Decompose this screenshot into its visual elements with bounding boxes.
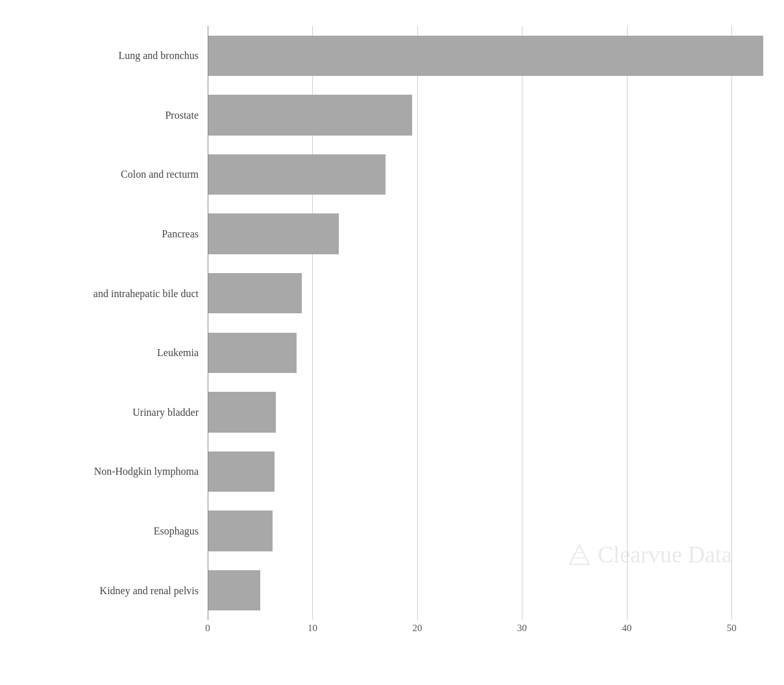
x-tick: 10 [308, 623, 317, 634]
bar-label: Kidney and renal pelvis [0, 584, 208, 597]
x-tick: 30 [517, 623, 527, 634]
chart-inner: Lung and bronchusProstateColon and rectu… [0, 26, 784, 646]
chart-container: Lung and bronchusProstateColon and rectu… [0, 26, 784, 646]
bar-rect [208, 95, 412, 135]
bar-row: Colon and recturm [0, 145, 784, 204]
bar-label: Colon and recturm [0, 168, 208, 180]
bar-rect [208, 392, 276, 432]
bar-track [208, 26, 784, 86]
x-tick: 40 [622, 623, 631, 634]
bar-track [208, 86, 784, 145]
bar-track [208, 501, 784, 561]
bar-rect [208, 451, 275, 492]
x-tick: 0 [205, 623, 210, 634]
bar-label: and intrahepatic bile duct [0, 287, 208, 300]
bar-track [208, 204, 784, 264]
bar-rect [208, 273, 302, 313]
chart-area: Lung and bronchusProstateColon and rectu… [0, 26, 784, 620]
bar-rect [208, 36, 763, 76]
bar-row: Leukemia [0, 323, 784, 383]
bar-rect [208, 213, 339, 254]
x-axis-container: 01020304050 [208, 620, 784, 646]
bar-row: Prostate [0, 86, 784, 145]
bar-track [208, 323, 784, 383]
x-axis: 01020304050 [208, 620, 784, 646]
bar-rect [208, 511, 273, 551]
bar-row: Lung and bronchus [0, 26, 784, 86]
bar-row: Urinary bladder [0, 383, 784, 442]
bar-row: and intrahepatic bile duct [0, 263, 784, 323]
bar-label: Urinary bladder [0, 406, 208, 418]
bar-track [208, 442, 784, 501]
bar-track [208, 383, 784, 442]
bar-label: Prostate [0, 109, 208, 121]
bar-row: Non-Hodgkin lymphoma [0, 442, 784, 501]
rows-wrapper: Lung and bronchusProstateColon and rectu… [0, 26, 784, 620]
bar-label: Non-Hodgkin lymphoma [0, 465, 208, 477]
bar-row: Pancreas [0, 204, 784, 264]
bar-rect [208, 570, 260, 610]
bar-row: Esophagus [0, 501, 784, 561]
x-tick: 50 [727, 623, 737, 634]
bar-label: Pancreas [0, 228, 208, 240]
bar-track [208, 263, 784, 323]
bar-label: Esophagus [0, 525, 208, 537]
bar-track [208, 560, 784, 620]
x-tick: 20 [412, 623, 422, 634]
bar-label: Leukemia [0, 346, 208, 359]
bar-row: Kidney and renal pelvis [0, 560, 784, 620]
bar-rect [208, 333, 297, 373]
bar-label: Lung and bronchus [0, 49, 208, 62]
bar-track [208, 145, 784, 204]
bar-rect [208, 154, 386, 195]
